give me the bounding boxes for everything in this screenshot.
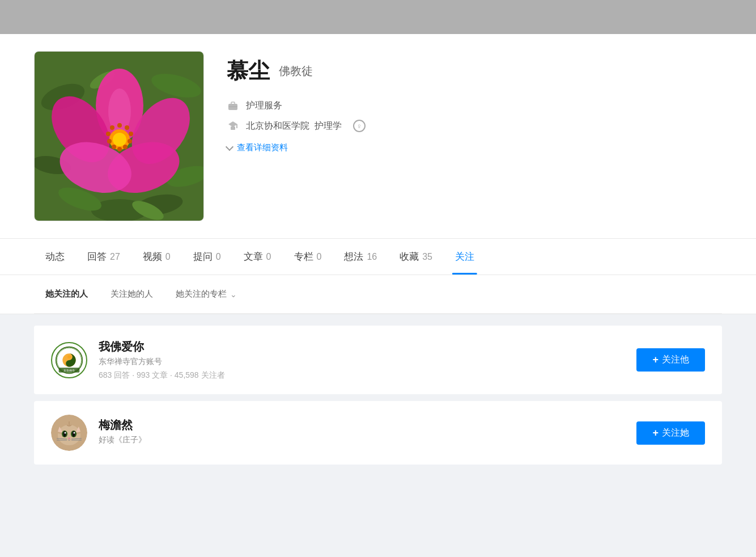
- follow-button-1[interactable]: + 关注他: [636, 348, 705, 372]
- user-name-1: 我佛爱你: [99, 339, 625, 355]
- follow-button-2[interactable]: + 关注她: [636, 421, 705, 445]
- main-content: 东华禅寺 我佛爱你 东华禅寺官方账号 683 回答 · 993 文章 · 45,…: [0, 314, 756, 483]
- user-card-1: 东华禅寺 我佛爱你 东华禅寺官方账号 683 回答 · 993 文章 · 45,…: [34, 326, 722, 394]
- svg-rect-32: [231, 126, 235, 130]
- svg-point-22: [123, 145, 128, 149]
- profile-name: 慕尘: [227, 57, 270, 86]
- svg-point-25: [107, 139, 112, 144]
- plus-icon-2: +: [652, 427, 659, 439]
- svg-point-61: [63, 431, 66, 437]
- svg-text:东华禅寺: 东华禅寺: [63, 369, 75, 372]
- subtab-followers[interactable]: 关注她的人: [99, 284, 164, 304]
- svg-point-64: [74, 432, 75, 434]
- view-more-row[interactable]: 查看详细资料: [227, 142, 722, 153]
- tab-tiwen[interactable]: 提问 0: [182, 239, 232, 275]
- user-desc-2: 好读《庄子》: [99, 435, 625, 445]
- tab-huida[interactable]: 回答 27: [76, 239, 131, 275]
- tab-dongtai[interactable]: 动态: [34, 239, 76, 275]
- tab-zhuanlan[interactable]: 专栏 0: [283, 239, 333, 275]
- svg-point-26: [106, 132, 111, 136]
- svg-rect-29: [231, 102, 235, 104]
- school-row: 北京协和医学院 护理学 ♀: [227, 120, 722, 132]
- tab-guanzhu[interactable]: 关注: [444, 239, 486, 275]
- svg-point-19: [125, 125, 129, 130]
- user-info-2: 梅澹然 好读《庄子》: [99, 417, 625, 449]
- user-name-2: 梅澹然: [99, 417, 625, 433]
- nav-tabs: 动态 回答 27 视频 0 提问 0 文章 0 专栏 0 想法 16 收藏 35…: [0, 239, 756, 275]
- profile-avatar: [34, 51, 204, 221]
- user-avatar-cat: [51, 415, 87, 451]
- school-text: 北京协和医学院 护理学: [246, 120, 342, 132]
- profile-tag: 佛教徒: [279, 64, 313, 79]
- svg-point-37: [67, 355, 71, 358]
- school-icon: [227, 120, 239, 132]
- tab-shoucang[interactable]: 收藏 35: [388, 239, 444, 275]
- svg-rect-33: [236, 124, 237, 128]
- svg-point-20: [129, 132, 133, 136]
- svg-point-21: [128, 139, 132, 144]
- svg-point-54: [58, 425, 80, 445]
- svg-point-62: [73, 431, 75, 437]
- svg-point-63: [65, 432, 66, 434]
- user-stats-1: 683 回答 · 993 文章 · 45,598 关注者: [99, 370, 625, 381]
- follow-btn-label-1: 关注他: [662, 354, 689, 366]
- top-banner: [0, 0, 756, 34]
- svg-point-17: [113, 133, 126, 146]
- plus-icon-1: +: [652, 354, 659, 366]
- subtab-following-people[interactable]: 她关注的人: [34, 284, 99, 304]
- svg-point-24: [112, 145, 116, 149]
- profile-meta: 护理服务 北京协和医学院 护理学 ♀ 查看详细资料: [227, 99, 722, 153]
- follow-subtabs-container: 她关注的人 关注她的人 她关注的专栏 ⌄: [0, 275, 756, 314]
- user-avatar-buddhism: 东华禅寺: [51, 342, 87, 378]
- briefcase-icon: [227, 99, 239, 112]
- user-info-1: 我佛爱你 东华禅寺官方账号 683 回答 · 993 文章 · 45,598 关…: [99, 339, 625, 381]
- chevron-down-icon: [226, 143, 233, 151]
- profile-name-row: 慕尘 佛教徒: [227, 57, 722, 86]
- tab-shipin[interactable]: 视频 0: [131, 239, 182, 275]
- view-more-text: 查看详细资料: [237, 142, 288, 153]
- job-text: 护理服务: [246, 100, 282, 112]
- follow-btn-label-2: 关注她: [662, 427, 689, 439]
- job-row: 护理服务: [227, 99, 722, 112]
- subtab-following-columns[interactable]: 她关注的专栏 ⌄: [164, 284, 248, 304]
- svg-point-23: [117, 147, 122, 151]
- profile-info: 慕尘 佛教徒 护理服务: [227, 51, 722, 153]
- user-card-2: 梅澹然 好读《庄子》 + 关注她: [34, 401, 722, 465]
- tab-wenzhang[interactable]: 文章 0: [232, 239, 283, 275]
- svg-point-27: [110, 125, 114, 130]
- profile-section: 慕尘 佛教徒 护理服务: [0, 34, 756, 239]
- svg-point-18: [117, 123, 122, 128]
- tab-xiangfa[interactable]: 想法 16: [333, 239, 388, 275]
- follow-subtabs: 她关注的人 关注她的人 她关注的专栏 ⌄: [34, 275, 722, 314]
- svg-point-38: [67, 361, 71, 365]
- gender-icon: ♀: [353, 120, 366, 132]
- svg-marker-31: [228, 121, 237, 127]
- chevron-icon: ⌄: [230, 290, 237, 299]
- user-desc-1: 东华禅寺官方账号: [99, 357, 625, 367]
